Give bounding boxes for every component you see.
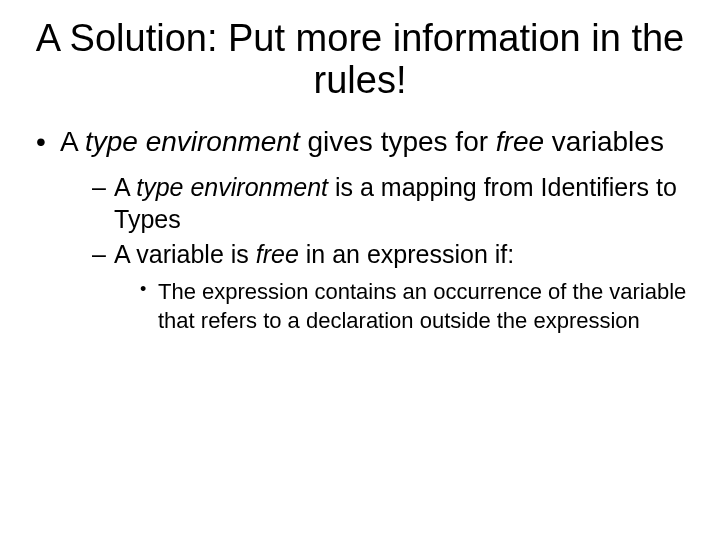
emph: free <box>256 240 299 268</box>
slide: A Solution: Put more information in the … <box>0 0 720 540</box>
bullet-list: A type environment gives types for free … <box>30 124 690 336</box>
sub-1: A type environment is a mapping from Ide… <box>92 171 690 236</box>
sub-list: A type environment is a mapping from Ide… <box>60 171 690 336</box>
t: A <box>60 126 85 157</box>
subsub-1: The expression contains an occurrence of… <box>140 278 690 335</box>
t: The expression contains an occurrence of… <box>158 279 686 333</box>
emph: type environment <box>85 126 300 157</box>
t: A variable is <box>114 240 256 268</box>
bullet-1: A type environment gives types for free … <box>36 124 690 336</box>
slide-title: A Solution: Put more information in the … <box>30 18 690 102</box>
emph: free <box>496 126 544 157</box>
sub-2: A variable is free in an expression if: … <box>92 238 690 336</box>
subsub-list: The expression contains an occurrence of… <box>114 278 690 335</box>
emph: type environment <box>136 173 328 201</box>
bullet-1-text: A type environment gives types for free … <box>60 126 664 157</box>
t: A <box>114 173 136 201</box>
t: gives types for <box>300 126 496 157</box>
t: variables <box>544 126 664 157</box>
t: in an expression if: <box>299 240 514 268</box>
